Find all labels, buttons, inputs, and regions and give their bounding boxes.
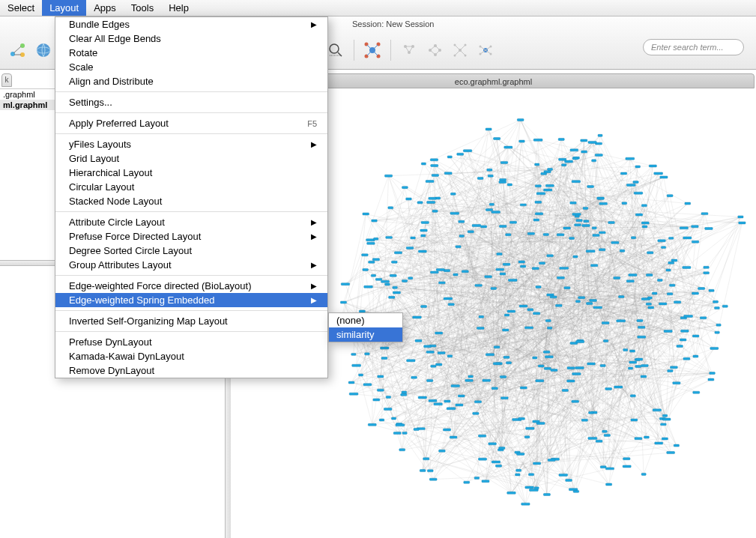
svg-rect-1586 — [479, 315, 484, 318]
svg-rect-1864 — [533, 462, 541, 465]
svg-rect-1666 — [539, 262, 545, 265]
svg-rect-1815 — [525, 486, 533, 489]
svg-rect-1852 — [420, 470, 426, 472]
globe-icon[interactable] — [33, 40, 54, 61]
menu-layout[interactable]: Layout — [42, 0, 86, 16]
layout-force-icon[interactable] — [362, 40, 383, 61]
svg-rect-1643 — [507, 184, 512, 186]
menu-item-stacked-node-layout[interactable]: Stacked Node Layout — [55, 194, 327, 208]
menu-item-prefuse-dynlayout[interactable]: Prefuse DynLayout — [55, 335, 327, 349]
svg-rect-1544 — [543, 351, 550, 353]
menu-item-label: Group Attributes Layout — [69, 259, 172, 270]
submenu-item--none-[interactable]: (none) — [329, 313, 402, 327]
svg-rect-1824 — [504, 146, 512, 148]
menu-item-edge-weighted-spring-embedded[interactable]: Edge-weighted Spring Embedded▶ — [55, 293, 327, 307]
svg-rect-1763 — [662, 414, 667, 417]
svg-line-39 — [455, 50, 460, 55]
menu-item-settings[interactable]: Settings... — [55, 95, 327, 109]
svg-rect-1531 — [673, 382, 680, 384]
svg-rect-1766 — [595, 154, 602, 156]
svg-rect-1791 — [636, 358, 643, 360]
svg-rect-1734 — [341, 283, 349, 285]
svg-rect-1498 — [622, 202, 627, 205]
svg-rect-1448 — [667, 195, 673, 197]
menu-item-group-attributes-layout[interactable]: Group Attributes Layout▶ — [55, 258, 327, 272]
svg-rect-1828 — [408, 277, 413, 279]
svg-rect-1754 — [593, 235, 599, 237]
svg-rect-1684 — [533, 139, 542, 141]
svg-rect-1680 — [388, 207, 393, 209]
menu-item-kamada-kawai-dynlayout[interactable]: Kamada-Kawai DynLayout — [55, 349, 327, 363]
layout-small-4-icon[interactable] — [475, 40, 496, 61]
search-placeholder: Enter search term... — [651, 43, 724, 52]
svg-rect-1801 — [372, 259, 379, 261]
menu-item-bundle-edges[interactable]: Bundle Edges▶ — [55, 17, 327, 31]
svg-rect-1590 — [368, 423, 376, 426]
svg-rect-1865 — [518, 261, 524, 263]
svg-rect-1655 — [517, 453, 524, 455]
svg-rect-1567 — [602, 322, 609, 324]
svg-rect-1858 — [582, 224, 590, 226]
menu-tools[interactable]: Tools — [124, 0, 161, 16]
menu-item-rotate[interactable]: Rotate — [55, 46, 327, 60]
magnifier-icon[interactable] — [325, 40, 346, 61]
svg-rect-1707 — [401, 393, 407, 396]
menu-item-prefuse-force-directed-layout[interactable]: Prefuse Force Directed Layout▶ — [55, 229, 327, 244]
menu-item-scale[interactable]: Scale — [55, 60, 327, 74]
menu-help[interactable]: Help — [161, 0, 196, 16]
menu-apps[interactable]: Apps — [86, 0, 124, 16]
menu-item-clear-all-edge-bends[interactable]: Clear All Edge Bends — [55, 31, 327, 46]
menu-separator — [55, 275, 327, 276]
svg-rect-1723 — [667, 452, 675, 454]
svg-line-30 — [435, 46, 440, 50]
svg-rect-1821 — [599, 202, 608, 205]
svg-point-1 — [20, 43, 25, 48]
svg-rect-1526 — [429, 399, 437, 402]
menu-item-apply-preferred-layout[interactable]: Apply Preferred LayoutF5 — [55, 116, 327, 130]
menu-item-inverted-self-organizing-map-layout[interactable]: Inverted Self-Organizing Map Layout — [55, 314, 327, 328]
menu-item-yfiles-layouts[interactable]: yFiles Layouts▶ — [55, 137, 327, 151]
svg-rect-1776 — [664, 330, 672, 332]
svg-rect-1553 — [668, 369, 673, 372]
layout-small-1-icon[interactable] — [399, 40, 420, 61]
submenu-item-similarity[interactable]: similarity — [329, 327, 402, 342]
svg-rect-1459 — [605, 468, 614, 470]
svg-rect-1738 — [581, 419, 587, 421]
svg-line-3 — [13, 46, 21, 53]
svg-rect-1820 — [593, 306, 602, 309]
svg-rect-1577 — [570, 202, 576, 204]
svg-rect-1542 — [477, 177, 483, 179]
layout-small-2-icon[interactable] — [424, 40, 445, 61]
svg-rect-1704 — [657, 279, 662, 281]
svg-rect-1806 — [363, 213, 369, 215]
menu-item-grid-layout[interactable]: Grid Layout — [55, 151, 327, 166]
svg-rect-1761 — [544, 367, 551, 369]
svg-rect-1849 — [575, 215, 579, 217]
search-input[interactable]: Enter search term... — [643, 39, 744, 55]
svg-rect-1480 — [575, 366, 584, 369]
menu-select[interactable]: Select — [0, 0, 42, 16]
menu-item-degree-sorted-circle-layout[interactable]: Degree Sorted Circle Layout — [55, 244, 327, 258]
svg-rect-1765 — [662, 418, 671, 420]
menu-item-edge-weighted-force-directed-biolayout[interactable]: Edge-weighted Force directed (BioLayout)… — [55, 279, 327, 293]
left-panel-tab[interactable]: k — [1, 73, 12, 87]
svg-rect-1640 — [623, 465, 631, 468]
network-icon[interactable] — [7, 40, 28, 61]
svg-rect-1753 — [704, 266, 709, 268]
svg-rect-1742 — [394, 252, 402, 254]
svg-rect-1718 — [722, 305, 728, 307]
menu-item-align-and-distribute[interactable]: Align and Distribute — [55, 74, 327, 88]
svg-rect-1518 — [427, 470, 433, 472]
svg-rect-1726 — [543, 233, 548, 235]
svg-rect-1822 — [429, 197, 436, 199]
svg-rect-1570 — [521, 503, 530, 505]
svg-rect-1714 — [683, 357, 690, 360]
menu-item-circular-layout[interactable]: Circular Layout — [55, 180, 327, 194]
menu-item-hierarchical-layout[interactable]: Hierarchical Layout — [55, 166, 327, 180]
menu-item-remove-dynlayout[interactable]: Remove DynLayout — [55, 363, 327, 378]
svg-line-1151 — [467, 462, 496, 483]
menu-item-label: Degree Sorted Circle Layout — [69, 245, 192, 256]
menu-item-attribute-circle-layout[interactable]: Attribute Circle Layout▶ — [55, 215, 327, 229]
layout-small-3-icon[interactable] — [450, 40, 471, 61]
svg-line-38 — [460, 45, 465, 50]
